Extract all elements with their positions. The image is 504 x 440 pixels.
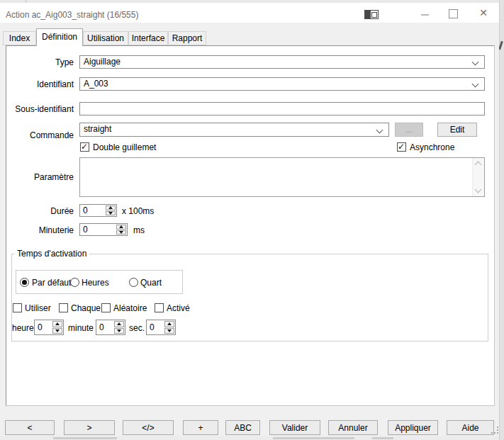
tab-rapport[interactable]: Rapport	[168, 31, 206, 45]
chevron-down-icon	[376, 127, 383, 134]
window-layout-icon[interactable]	[364, 10, 379, 19]
minute-spinner[interactable]: 0	[96, 320, 125, 335]
prev-button[interactable]: <	[5, 420, 55, 435]
type-combobox[interactable]: Aiguillage	[79, 55, 485, 69]
activation-group-title: Temps d'activation	[14, 249, 89, 259]
browse-button[interactable]: ...	[395, 123, 423, 137]
asynchrone-checkbox[interactable]	[397, 142, 406, 152]
window-layout-icon-sub	[371, 12, 377, 18]
background-window-right-strip	[499, 0, 504, 440]
radio-quart-label[interactable]: Quart	[140, 278, 162, 288]
duree-spin-down[interactable]	[106, 211, 116, 216]
radio-heures[interactable]	[70, 278, 79, 287]
duree-label: Durée	[6, 206, 74, 216]
maximize-icon	[449, 9, 458, 18]
tab-interface[interactable]: Interface	[128, 31, 168, 45]
minuterie-spin-down[interactable]	[116, 230, 126, 235]
code-button[interactable]: </>	[123, 420, 174, 435]
minute-label: minute	[68, 323, 94, 333]
identifiant-value: A_003	[84, 79, 108, 89]
sous-identifiant-input[interactable]	[79, 102, 485, 115]
parametre-label: Paramètre	[6, 172, 74, 182]
tab-utilisation[interactable]: Utilisation	[83, 31, 128, 45]
chaque-label[interactable]: Chaque	[71, 303, 101, 313]
minuterie-unit: ms	[133, 225, 145, 235]
double-guillemet-label[interactable]: Double guillemet	[93, 142, 156, 152]
parametre-textarea[interactable]	[79, 157, 485, 197]
close-button[interactable]: ✕	[475, 6, 492, 20]
utiliser-checkbox[interactable]	[13, 303, 22, 312]
commande-label: Commande	[6, 130, 74, 140]
minute-spin-up[interactable]	[114, 321, 124, 327]
minuterie-label: Minuterie	[6, 225, 74, 235]
window-title: Action ac_Aig003_straight (16/555)	[6, 10, 138, 20]
type-label: Type	[6, 57, 74, 67]
sec-value: 0	[150, 322, 155, 332]
edit-button[interactable]: Edit	[437, 123, 477, 137]
identifiant-combobox[interactable]: A_003	[79, 77, 485, 91]
appliquer-button[interactable]: Appliquer	[388, 420, 438, 435]
aleatoire-label[interactable]: Aléatoire	[113, 303, 147, 313]
annuler-button[interactable]: Annuler	[328, 420, 378, 435]
window-layout-icon-fill	[365, 11, 371, 18]
minimize-button[interactable]	[417, 6, 432, 18]
sous-identifiant-label: Sous-identifiant	[6, 104, 74, 114]
duree-spinner[interactable]: 0	[79, 204, 117, 217]
sec-spin-down[interactable]	[164, 328, 174, 334]
sec-spin-up[interactable]	[164, 321, 174, 327]
utiliser-label[interactable]: Utiliser	[25, 303, 51, 313]
minimize-icon	[421, 14, 429, 16]
add-button[interactable]: +	[183, 420, 218, 435]
chevron-down-icon	[472, 81, 479, 88]
asynchrone-label[interactable]: Asynchrone	[410, 142, 454, 152]
commande-combobox[interactable]: straight	[79, 123, 389, 137]
duree-spin-up[interactable]	[106, 205, 116, 210]
vertical-scrollbar[interactable]	[472, 158, 484, 196]
tab-index[interactable]: Index	[3, 31, 36, 45]
resize-grip[interactable]	[491, 427, 500, 434]
aleatoire-checkbox[interactable]	[101, 303, 111, 312]
minute-spin-down[interactable]	[114, 328, 124, 334]
heure-label: heure	[12, 323, 34, 333]
radio-par-defaut-label[interactable]: Par défaut	[32, 278, 71, 288]
duree-value: 0	[83, 205, 88, 215]
background-remnant	[53, 437, 117, 439]
double-guillemet-checkbox[interactable]	[80, 142, 89, 152]
chevron-down-icon	[472, 59, 479, 66]
commande-value: straight	[84, 124, 111, 134]
minuterie-value: 0	[83, 225, 88, 235]
abc-button[interactable]: ABC	[225, 420, 260, 435]
radio-heures-label[interactable]: Heures	[82, 278, 109, 288]
tab-definition[interactable]: Définition	[36, 28, 83, 46]
aide-button[interactable]: Aide	[447, 420, 494, 435]
heure-value: 0	[38, 322, 43, 332]
radio-par-defaut[interactable]	[20, 278, 29, 287]
active-checkbox[interactable]	[155, 303, 164, 312]
heure-spinner[interactable]: 0	[34, 320, 64, 335]
scroll-up-icon	[475, 162, 482, 169]
chaque-checkbox[interactable]	[59, 303, 68, 312]
background-remnant	[372, 437, 393, 439]
scroll-down-icon	[475, 186, 482, 193]
heure-spin-up[interactable]	[52, 321, 62, 327]
identifiant-label: Identifiant	[6, 79, 74, 89]
screen: Action ac_Aig003_straight (16/555) ✕ Ind…	[0, 0, 504, 440]
minute-value: 0	[99, 322, 104, 332]
type-value: Aiguillage	[84, 57, 121, 67]
sec-spinner[interactable]: 0	[146, 320, 176, 335]
minuterie-spinner[interactable]: 0	[79, 223, 128, 236]
duree-unit: x 100ms	[122, 206, 154, 216]
valider-button[interactable]: Valider	[269, 420, 320, 435]
active-label[interactable]: Activé	[167, 303, 190, 313]
heure-spin-down[interactable]	[52, 328, 62, 334]
sec-label: sec.	[129, 323, 145, 333]
background-remnant	[273, 437, 354, 439]
next-button[interactable]: >	[64, 420, 115, 435]
minuterie-spin-up[interactable]	[116, 225, 126, 230]
radio-quart[interactable]	[129, 278, 138, 287]
